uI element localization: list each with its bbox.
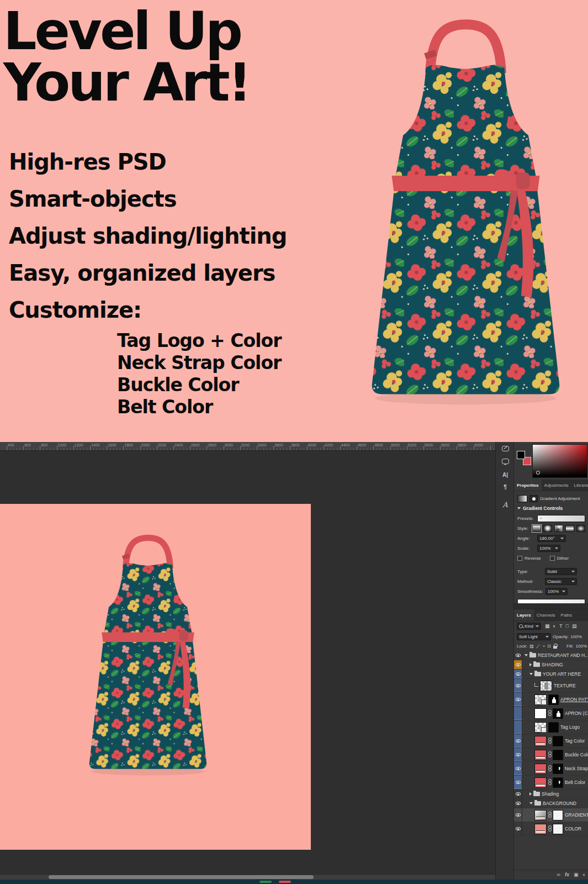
layer-filter-icon[interactable]: □ <box>565 624 568 629</box>
visibility-cell[interactable] <box>514 790 522 798</box>
layer-row[interactable]: SHADING <box>514 660 588 670</box>
layer-name[interactable]: COLOR <box>565 826 581 832</box>
reverse-checkbox[interactable] <box>517 556 522 561</box>
eye-icon[interactable] <box>516 813 521 817</box>
layer-thumbnail[interactable] <box>534 764 547 774</box>
visibility-cell[interactable] <box>514 762 522 775</box>
layer-filter-icon[interactable]: T <box>559 624 563 629</box>
visibility-cell[interactable] <box>514 776 522 789</box>
layer-name[interactable]: APRON (COL <box>565 711 588 716</box>
comments-icon[interactable] <box>496 456 515 466</box>
group-expanded-icon[interactable] <box>529 673 533 675</box>
color-field[interactable] <box>532 444 587 478</box>
glyphs-panel-icon[interactable]: A <box>496 501 515 509</box>
layer-row[interactable]: Belt Color <box>514 776 588 790</box>
mask-link-icon[interactable] <box>548 710 551 717</box>
group-collapsed-icon[interactable] <box>529 663 532 666</box>
gradient-style-button[interactable] <box>543 525 552 532</box>
layer-mask-thumbnail[interactable] <box>553 764 563 774</box>
layer-name[interactable]: Belt Color <box>565 780 585 785</box>
lock-paint-icon[interactable]: ／ <box>536 644 541 649</box>
eye-icon[interactable] <box>516 792 521 796</box>
panel-tab[interactable]: Libraries <box>571 480 588 491</box>
group-collapsed-icon[interactable] <box>529 792 532 796</box>
eye-icon[interactable] <box>516 753 521 756</box>
opacity-value[interactable]: 100% <box>570 634 581 639</box>
visibility-cell[interactable] <box>514 693 522 706</box>
group-expanded-icon[interactable] <box>529 802 533 804</box>
visibility-cell[interactable] <box>514 660 522 669</box>
layers-footer-icon[interactable]: ∞ <box>557 872 560 877</box>
layer-name[interactable]: Shading <box>542 791 559 797</box>
eye-icon[interactable] <box>516 663 521 666</box>
note-tool-icon[interactable] <box>496 444 515 454</box>
layer-thumbnail[interactable] <box>534 777 547 788</box>
eye-icon[interactable] <box>516 802 521 805</box>
layer-row[interactable]: Shading <box>514 790 588 799</box>
layer-thumbnail[interactable] <box>534 736 547 746</box>
layer-thumbnail[interactable] <box>534 694 547 705</box>
dither-checkbox[interactable] <box>550 556 555 561</box>
paragraph-panel-icon[interactable]: ¶ <box>496 484 515 490</box>
layer-name[interactable]: APRON PATT <box>560 697 588 702</box>
visibility-cell[interactable] <box>514 808 522 822</box>
layer-filter-icon[interactable]: ◐ <box>553 624 556 629</box>
eye-icon[interactable] <box>516 739 521 743</box>
visibility-cell[interactable] <box>514 679 522 692</box>
horizontal-scrollbar[interactable] <box>0 874 495 880</box>
visibility-cell[interactable] <box>514 670 522 678</box>
layer-thumbnail[interactable] <box>540 681 552 691</box>
smoothness-dropdown[interactable]: 100% <box>545 588 568 595</box>
fill-value[interactable]: 100% <box>576 644 587 649</box>
gradient-style-button[interactable] <box>554 525 563 532</box>
eye-icon[interactable] <box>516 781 521 784</box>
color-cursor[interactable] <box>536 471 540 475</box>
layer-thumbnail[interactable] <box>534 708 547 719</box>
layer-thumbnail[interactable] <box>534 824 547 834</box>
eye-icon[interactable] <box>516 654 521 657</box>
lock-move-icon[interactable]: + <box>543 644 545 649</box>
layer-name[interactable]: Tag Color <box>565 738 585 744</box>
character-panel-icon[interactable]: A| <box>496 472 515 478</box>
scale-dropdown[interactable]: 100% <box>537 545 560 552</box>
visibility-cell[interactable] <box>514 822 522 835</box>
eye-icon[interactable] <box>516 698 521 701</box>
layer-name[interactable]: Neck Strap C <box>565 766 588 771</box>
lock-transparency-icon[interactable]: ▨ <box>529 644 534 649</box>
layer-mask-thumbnail[interactable] <box>553 810 563 820</box>
layer-row[interactable]: Tag Color <box>514 734 588 748</box>
visibility-cell[interactable] <box>514 720 522 734</box>
angle-dropdown[interactable]: 180.00° <box>537 535 566 542</box>
layer-name[interactable]: BACKGROUND <box>543 801 576 806</box>
foreground-background-swatches[interactable] <box>517 451 531 465</box>
visibility-cell[interactable] <box>514 707 522 720</box>
visibility-cell[interactable] <box>514 799 522 808</box>
layer-row[interactable]: BACKGROUND <box>514 799 588 808</box>
layer-name[interactable]: TEXTURE <box>554 683 576 688</box>
lock-artboard-icon[interactable]: ⊡ <box>547 644 551 649</box>
eye-icon[interactable] <box>516 684 521 687</box>
layer-name[interactable]: Buckle Color <box>565 752 588 757</box>
mask-link-icon[interactable] <box>548 825 551 832</box>
layers-footer-icon[interactable]: ◐ <box>583 872 586 877</box>
layer-thumbnail[interactable] <box>534 750 547 760</box>
visibility-cell[interactable] <box>514 748 522 761</box>
layer-row[interactable]: APRON PATT <box>514 693 588 707</box>
layer-mask-thumbnail[interactable] <box>553 824 563 834</box>
layers-footer-icon[interactable]: fx <box>565 872 569 877</box>
layer-name[interactable]: Tag Logo <box>560 724 580 730</box>
layer-mask-thumbnail[interactable] <box>548 722 559 733</box>
mask-link-icon[interactable] <box>548 812 551 818</box>
layer-name[interactable]: GRADIENT <box>565 812 588 818</box>
layer-row[interactable]: TEXTURE <box>514 679 588 693</box>
eye-icon[interactable] <box>516 672 521 676</box>
layer-row[interactable]: COLOR <box>514 822 588 836</box>
layer-name[interactable]: RESTAURANT AND H...EN APR <box>538 653 588 658</box>
layer-row[interactable]: Neck Strap C <box>514 762 588 776</box>
layer-filter-icon[interactable]: ▤ <box>572 624 577 629</box>
mask-link-icon[interactable] <box>548 738 551 744</box>
mask-link-icon[interactable] <box>548 765 551 772</box>
panel-tab[interactable]: Properties <box>514 480 542 491</box>
panel-tab[interactable]: Channels <box>534 609 558 620</box>
panel-tab[interactable]: Paths <box>558 609 575 620</box>
